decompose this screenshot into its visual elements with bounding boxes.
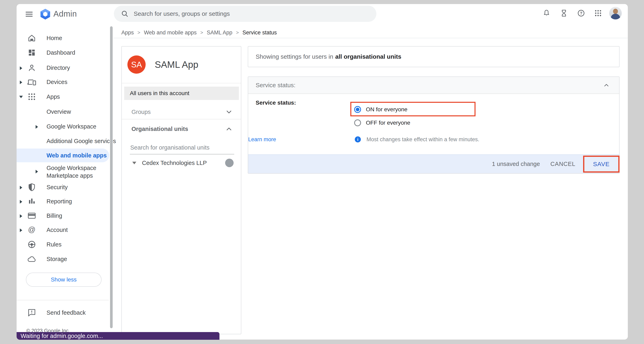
sidebar-item-google-workspace-marketplace-apps[interactable]: Google Workspace Marketplace apps [16, 162, 109, 181]
radio-selected-dot [356, 108, 360, 111]
browser-app-window: Admin ? Apps [16, 4, 628, 339]
info-text: Most changes take effect within a few mi… [366, 136, 479, 142]
notifications-bell-icon[interactable] [542, 9, 550, 17]
breadcrumb-current-page: Service status [242, 30, 277, 36]
sidebar-item-security[interactable]: Security [16, 181, 109, 194]
dashboard-icon [27, 48, 36, 57]
all-users-scope-item[interactable]: All users in this account [124, 87, 239, 100]
hourglass-tasks-icon[interactable] [560, 9, 568, 17]
credit-card-icon [27, 211, 36, 220]
sidebar-item-billing[interactable]: Billing [16, 209, 109, 222]
svg-text:?: ? [580, 11, 582, 15]
learn-more-link[interactable]: Learn more [248, 136, 276, 142]
devices-icon [27, 78, 36, 86]
help-icon[interactable]: ? [577, 9, 585, 17]
sidebar-item-label: Security [46, 181, 68, 194]
sidebar-item-dashboard[interactable]: Dashboard [16, 46, 109, 59]
sidebar-item-label: Send feedback [46, 306, 86, 319]
show-less-button[interactable]: Show less [26, 272, 102, 287]
sidebar-item-label: Home [46, 32, 62, 45]
expand-arrow-icon[interactable] [36, 125, 38, 129]
info-icon: i [355, 136, 361, 142]
global-search-bar[interactable] [114, 6, 376, 22]
sidebar-item-label: Billing [46, 209, 62, 222]
org-unit-search-field[interactable] [130, 141, 234, 154]
sidebar-item-label: Dashboard [46, 46, 75, 59]
shield-icon [27, 183, 36, 192]
org-units-section-toggle[interactable]: Organisational units [122, 122, 241, 135]
sidebar-item-directory[interactable]: Directory [16, 61, 109, 74]
sidebar-item-label: Additional Google services [46, 135, 116, 148]
expand-arrow-icon[interactable] [20, 66, 22, 70]
collapse-arrow-icon[interactable] [19, 96, 23, 98]
breadcrumb-item-apps[interactable]: Apps [121, 30, 134, 36]
radio-on-for-everyone[interactable] [354, 106, 361, 113]
org-unit-search-input[interactable] [130, 141, 234, 154]
sidebar-item-devices[interactable]: Devices [16, 76, 109, 88]
feedback-icon [27, 308, 36, 317]
sidebar-item-overview[interactable]: Overview [16, 105, 109, 118]
expand-arrow-icon[interactable] [36, 170, 38, 173]
expand-arrow-icon[interactable] [20, 81, 22, 84]
sidebar-item-label: Apps [46, 90, 60, 103]
section-title: Service status: [256, 77, 296, 94]
search-input[interactable] [133, 10, 376, 18]
org-unit-tree-item[interactable]: Cedex Technologies LLP [122, 156, 241, 169]
annotation-highlight-box: SAVE [583, 156, 620, 173]
google-apps-grid-icon[interactable] [594, 9, 602, 17]
radio-off-label[interactable]: OFF for everyone [366, 119, 410, 126]
breadcrumb-separator: > [138, 30, 140, 36]
search-icon [121, 10, 129, 18]
service-status-section-header[interactable]: Service status: [248, 77, 619, 94]
sidebar-divider [16, 300, 109, 300]
groups-section-toggle[interactable]: Groups [122, 105, 241, 118]
sidebar-item-apps[interactable]: Apps [16, 90, 109, 103]
sidebar-item-label: Google Workspace [46, 120, 96, 133]
radio-off-for-everyone[interactable] [354, 119, 361, 126]
expand-arrow-icon[interactable] [20, 186, 22, 189]
sidebar-item-label: Account [46, 223, 68, 236]
sidebar-item-label: Storage [46, 252, 67, 265]
sidebar-item-web-and-mobile-apps[interactable]: Web and mobile apps [16, 149, 109, 162]
radio-on-label[interactable]: ON for everyone [366, 106, 407, 113]
cancel-button[interactable]: CANCEL [550, 161, 576, 167]
sidebar-item-google-workspace[interactable]: Google Workspace [16, 120, 109, 133]
org-units-label: Organisational units [132, 122, 188, 135]
sidebar-item-additional-google-services[interactable]: Additional Google services [16, 135, 109, 148]
app-detail-panel: SA SAML App All users in this account Gr… [121, 46, 241, 334]
sidebar-item-label: Google Workspace Marketplace apps [46, 164, 105, 179]
sidebar-item-label: Web and mobile apps [46, 149, 107, 162]
sidebar-item-home[interactable]: Home [16, 32, 109, 45]
sidebar-item-reporting[interactable]: Reporting [16, 195, 109, 208]
service-status-field-label: Service status: [256, 100, 296, 106]
tree-expand-caret-icon[interactable] [132, 162, 136, 164]
send-feedback-button[interactable]: Send feedback [16, 306, 109, 319]
unsaved-changes-bar: 1 unsaved change CANCEL SAVE [248, 154, 619, 173]
collapse-section-icon[interactable] [603, 82, 610, 89]
menu-hamburger-icon[interactable] [26, 12, 32, 17]
save-button[interactable]: SAVE [593, 161, 610, 168]
product-title: Admin [54, 9, 77, 19]
expand-arrow-icon[interactable] [20, 200, 22, 204]
avatar-body-shape [611, 14, 620, 20]
chevron-up-icon [225, 125, 232, 133]
panel-divider [122, 119, 241, 119]
avatar-head-shape [613, 9, 618, 14]
person-icon [27, 63, 36, 72]
breadcrumb-item-web-and-mobile-apps[interactable]: Web and mobile apps [144, 30, 197, 36]
scope-note-prefix: Showing settings for users in [256, 53, 333, 60]
scope-note-card: Showing settings for users in all organi… [248, 46, 620, 67]
sidebar-item-label: Devices [46, 76, 67, 88]
sidebar-item-account[interactable]: @ Account [16, 223, 109, 236]
app-avatar: SA [128, 56, 146, 74]
sidebar-item-rules[interactable]: Rules [16, 238, 109, 251]
sidebar-item-label: Reporting [46, 195, 72, 208]
at-sign-icon: @ [27, 225, 36, 234]
breadcrumb-item-saml-app[interactable]: SAML App [207, 30, 232, 36]
expand-arrow-icon[interactable] [20, 214, 22, 218]
account-avatar[interactable] [609, 7, 622, 20]
scope-note-strong: all organisational units [335, 53, 402, 60]
sidebar-scrollbar[interactable] [110, 26, 113, 328]
sidebar-item-storage[interactable]: Storage [16, 252, 109, 265]
expand-arrow-icon[interactable] [20, 228, 22, 232]
